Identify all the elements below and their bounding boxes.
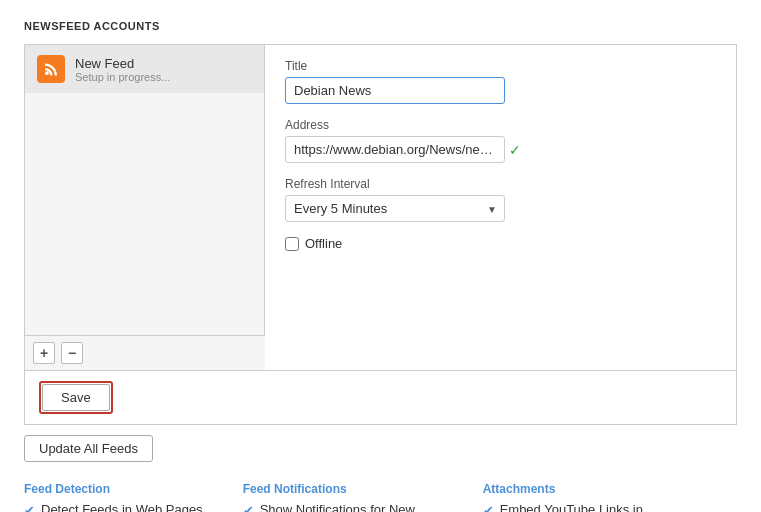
save-button[interactable]: Save <box>42 384 110 411</box>
feed-detection-title: Feed Detection <box>24 482 203 496</box>
feed-notifications-group: Feed Notifications ✔ Show Notifications … <box>243 482 443 512</box>
check-icon: ✔ <box>243 503 254 512</box>
show-notifications-label: Show Notifications for New Feed Items <box>260 502 443 512</box>
update-all-feeds-button[interactable]: Update All Feeds <box>24 435 153 462</box>
main-panel: New Feed Setup in progress... + − Title <box>24 44 737 425</box>
feed-icon <box>37 55 65 83</box>
refresh-label: Refresh Interval <box>285 177 716 191</box>
embed-youtube-label: Embed YouTube Links in Attachments <box>500 502 683 512</box>
attachments-title: Attachments <box>483 482 683 496</box>
save-btn-highlight: Save <box>39 381 113 414</box>
form-area: Title Address ✓ Refresh Interval Every 1… <box>265 45 736 370</box>
feed-notifications-title: Feed Notifications <box>243 482 443 496</box>
address-label: Address <box>285 118 716 132</box>
remove-feed-button[interactable]: − <box>61 342 83 364</box>
offline-label: Offline <box>305 236 342 251</box>
address-valid-icon: ✓ <box>509 142 521 158</box>
bottom-options: Feed Detection ✔ Detect Feeds in Web Pag… <box>24 482 737 512</box>
title-label: Title <box>285 59 716 73</box>
feed-item-status: Setup in progress... <box>75 71 170 83</box>
feed-detection-group: Feed Detection ✔ Detect Feeds in Web Pag… <box>24 482 203 512</box>
offline-checkbox[interactable] <box>285 237 299 251</box>
attachments-group: Attachments ✔ Embed YouTube Links in Att… <box>483 482 683 512</box>
address-input[interactable] <box>285 136 505 163</box>
feed-item[interactable]: New Feed Setup in progress... <box>25 45 264 93</box>
page-title: NEWSFEED ACCOUNTS <box>24 20 737 32</box>
refresh-interval-select[interactable]: Every 1 Minute Every 5 Minutes Every 15 … <box>285 195 505 222</box>
sidebar-actions: + − <box>25 335 265 370</box>
feed-list: New Feed Setup in progress... <box>25 45 265 335</box>
page-container: NEWSFEED ACCOUNTS New F <box>24 20 737 512</box>
title-input[interactable] <box>285 77 505 104</box>
check-icon: ✔ <box>483 503 494 512</box>
panel-footer: Save <box>25 370 736 424</box>
add-feed-button[interactable]: + <box>33 342 55 364</box>
feed-item-name: New Feed <box>75 56 170 71</box>
detect-feeds-label: Detect Feeds in Web Pages <box>41 502 203 512</box>
svg-point-0 <box>45 71 49 75</box>
check-icon: ✔ <box>24 503 35 512</box>
